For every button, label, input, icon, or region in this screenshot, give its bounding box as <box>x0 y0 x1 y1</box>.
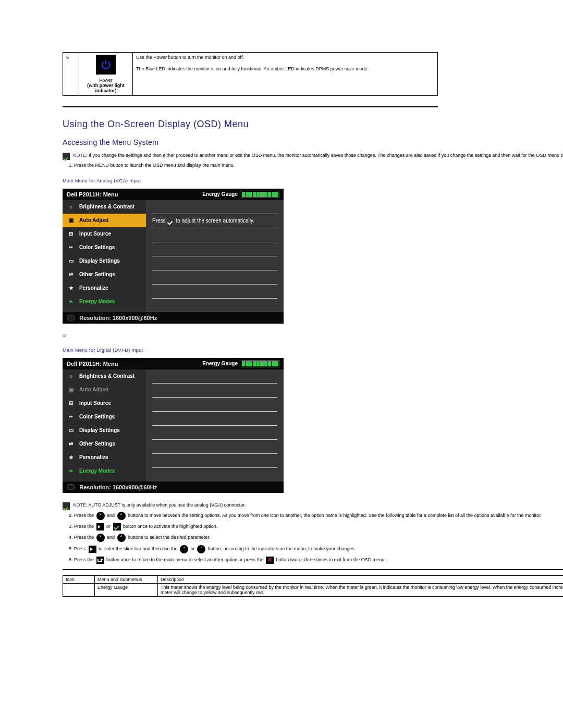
osd-sidebar: ☼Brightness & Contrast ▣Auto Adjust ⊟Inp… <box>63 200 146 312</box>
display-icon: ▭ <box>67 427 75 434</box>
note-2-text: NOTE: AUTO ADJUST is only available when… <box>73 502 246 508</box>
note-prefix: NOTE: <box>73 502 88 508</box>
resolution-label: Resolution: 1600x900@60Hz <box>79 315 157 321</box>
legend-menu-cell: Energy Gauge <box>95 583 158 596</box>
osd-hint-line: Pressto adjust the screen automatically. <box>152 214 277 228</box>
divider <box>63 106 438 107</box>
osd-item-brightness[interactable]: ☼Brightness & Contrast <box>63 200 146 214</box>
note-1: NOTE: If you change the settings and the… <box>63 153 563 160</box>
osd-item-input-source[interactable]: ⊟Input Source <box>63 397 146 410</box>
steps-list-1: Press the MENU button to launch the OSD … <box>63 162 500 169</box>
input-source-icon: ⊟ <box>67 230 75 238</box>
check-icon <box>113 523 121 530</box>
vga-caption: Main Menu for Analog (VGA) Input <box>63 178 500 183</box>
osd-title: Dell P2011H: Menu <box>67 191 118 198</box>
down-icon: ˅ <box>96 512 105 520</box>
energy-icon: ❧ <box>67 467 75 475</box>
osd-item-energy[interactable]: ❧Energy Modes <box>63 464 146 478</box>
power-desc-cell: Use the Power button to turn the monitor… <box>133 53 438 96</box>
down-icon: ˅ <box>96 534 105 542</box>
gauge-bars <box>241 191 279 198</box>
osd-dvi: Dell P2011H: Menu Energy Gauge ☼Brightne… <box>63 358 284 493</box>
check-icon <box>168 218 174 224</box>
dvi-caption: Main Menu for Digital (DVI-D) Input <box>63 348 500 353</box>
note-prefix: NOTE: <box>73 153 88 158</box>
osd-item-color[interactable]: ••Color Settings <box>63 241 146 254</box>
display-icon: ▭ <box>67 257 75 265</box>
power-label-1: Power <box>82 78 129 83</box>
other-icon: ⇄ <box>67 440 75 448</box>
input-source-icon: ⊟ <box>67 400 75 407</box>
up-icon: ˄ <box>197 545 205 553</box>
up-icon: ˄ <box>117 512 126 520</box>
step-4: Press the ˅ and ˄ buttons to select the … <box>74 534 563 542</box>
power-icon-cell: Power (with power light indicator) <box>79 53 133 96</box>
legend-icon-cell <box>63 583 95 596</box>
osd-item-auto-adjust[interactable]: ▣Auto Adjust <box>63 214 146 227</box>
or-caption: or <box>63 333 500 338</box>
legend-desc-cell: This meter shows the energy level being … <box>158 583 564 596</box>
note-2: NOTE: AUTO ADJUST is only available when… <box>63 502 563 510</box>
power-desc-2: The Blue LED indicates the monitor is on… <box>136 66 434 71</box>
osd-item-input-source[interactable]: ⊟Input Source <box>63 227 146 241</box>
note-1-text: NOTE: If you change the settings and the… <box>73 153 563 158</box>
energy-gauge: Energy Gauge <box>202 360 279 367</box>
personalize-icon: ★ <box>67 454 75 461</box>
col-icon: Icon <box>63 575 95 583</box>
power-desc-1: Use the Power button to turn the monitor… <box>136 55 434 60</box>
back-icon <box>96 557 104 564</box>
col-menu: Menu and Submenus <box>95 575 158 583</box>
auto-adjust-icon: ▣ <box>67 386 75 393</box>
step-1: Press the MENU button to launch the OSD … <box>74 162 500 169</box>
step-3: Press the or button once to activate the… <box>74 523 563 530</box>
gauge-bars <box>241 360 279 367</box>
osd-content <box>146 369 284 482</box>
osd-item-color[interactable]: ••Color Settings <box>63 410 146 424</box>
osd-item-personalize[interactable]: ★Personalize <box>63 281 146 295</box>
enter-icon <box>89 546 96 553</box>
step-2: Press the ˅ and ˄ buttons to move betwee… <box>74 512 563 520</box>
section-heading: Using the On-Screen Display (OSD) Menu <box>63 119 500 130</box>
note-icon <box>63 502 70 510</box>
row-number: 5 <box>63 53 79 96</box>
power-label-2: (with power light indicator) <box>82 83 129 93</box>
color-icon: •• <box>67 413 75 421</box>
down-icon: ˅ <box>180 545 188 553</box>
color-icon: •• <box>67 244 75 251</box>
osd-vga: Dell P2011H: Menu Energy Gauge ☼Brightne… <box>63 189 284 324</box>
enter-icon <box>96 523 104 530</box>
osd-header: Dell P2011H: Menu Energy Gauge <box>63 189 284 200</box>
divider <box>63 569 563 570</box>
energy-icon: ❧ <box>67 298 75 305</box>
osd-header: Dell P2011H: Menu Energy Gauge <box>63 358 284 369</box>
personalize-icon: ★ <box>67 285 75 292</box>
osd-item-personalize[interactable]: ★Personalize <box>63 451 146 464</box>
footer-badge <box>67 484 75 490</box>
osd-item-brightness[interactable]: ☼Brightness & Contrast <box>63 369 146 383</box>
footer-badge <box>67 315 75 320</box>
osd-footer: Resolution: 1600x900@60Hz <box>63 482 284 493</box>
resolution-label: Resolution: 1600x900@60Hz <box>79 484 157 490</box>
steps-list-2: Press the ˅ and ˄ buttons to move betwee… <box>63 512 563 564</box>
osd-item-energy[interactable]: ❧Energy Modes <box>63 295 146 309</box>
osd-item-display[interactable]: ▭Display Settings <box>63 254 146 268</box>
auto-adjust-icon: ▣ <box>67 217 75 224</box>
power-button-table: 5 Power (with power light indicator) Use… <box>63 52 438 96</box>
col-desc: Description <box>158 575 564 583</box>
osd-item-other[interactable]: ⇄Other Settings <box>63 437 146 451</box>
osd-item-display[interactable]: ▭Display Settings <box>63 424 146 437</box>
other-icon: ⇄ <box>67 271 75 278</box>
osd-footer: Resolution: 1600x900@60Hz <box>63 312 284 324</box>
up-icon: ˄ <box>117 534 126 542</box>
brightness-icon: ☼ <box>67 373 75 380</box>
energy-gauge: Energy Gauge <box>202 191 279 198</box>
osd-content: Pressto adjust the screen automatically. <box>146 200 284 312</box>
osd-sidebar: ☼Brightness & Contrast ▣Auto Adjust ⊟Inp… <box>63 369 146 482</box>
power-icon <box>96 55 116 75</box>
osd-title: Dell P2011H: Menu <box>67 361 118 367</box>
osd-item-auto-adjust: ▣Auto Adjust <box>63 383 146 397</box>
legend-table: Icon Menu and Submenus Description Energ… <box>63 575 563 597</box>
exit-icon <box>266 557 274 564</box>
step-6: Press the button once to return to the m… <box>74 557 563 564</box>
osd-item-other[interactable]: ⇄Other Settings <box>63 268 146 281</box>
